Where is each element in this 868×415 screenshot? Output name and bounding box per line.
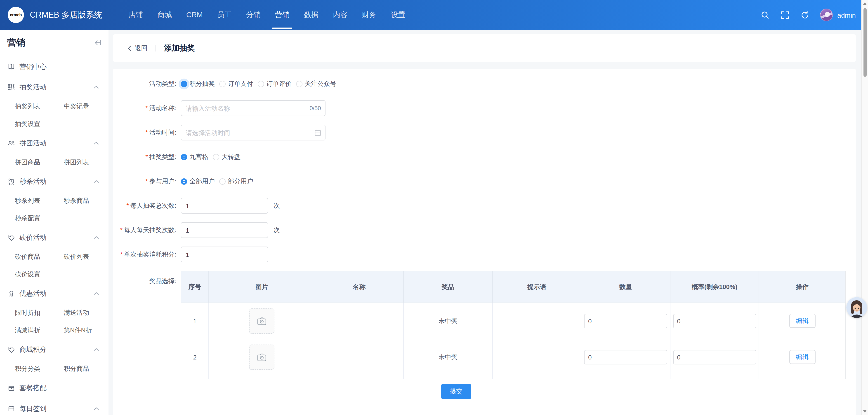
nav-item-data[interactable]: 数据 bbox=[297, 0, 326, 30]
col-prize: 奖品 bbox=[404, 271, 493, 303]
radio-big-wheel[interactable]: 大转盘 bbox=[213, 153, 241, 161]
sidebar-subrow: 砍价设置 bbox=[0, 266, 108, 283]
edit-button[interactable]: 编辑 bbox=[789, 350, 815, 364]
nav-item-store[interactable]: 店铺 bbox=[121, 0, 150, 30]
sidebar-subitem-groupbuy-goods[interactable]: 拼团商品 bbox=[15, 158, 64, 166]
sidebar-subitem-points-goods[interactable]: 积分商品 bbox=[64, 365, 89, 373]
sidebar-item-seckill[interactable]: 秒杀活动 bbox=[0, 171, 108, 192]
sidebar-subitem-points-category[interactable]: 积分分类 bbox=[15, 365, 64, 373]
sidebar-subitem-seckill-list[interactable]: 秒杀列表 bbox=[15, 197, 64, 205]
page-header-card: 返回 添加抽奖 bbox=[113, 34, 856, 62]
radio-unselected-icon bbox=[219, 178, 225, 184]
probability-input[interactable] bbox=[673, 314, 756, 328]
sidebar-subrow: 秒杀列表 秒杀商品 bbox=[0, 192, 108, 210]
scrollbar-thumb[interactable] bbox=[863, 8, 866, 77]
col-tip: 提示语 bbox=[493, 271, 581, 303]
image-upload-button[interactable] bbox=[249, 308, 274, 334]
sidebar-item-package-combo[interactable]: 套餐搭配 bbox=[0, 378, 108, 398]
brand-title: CRMEB 多店版系统 bbox=[30, 9, 102, 20]
sidebar-item-mall-points[interactable]: 商城积分 bbox=[0, 339, 108, 360]
nav-item-finance[interactable]: 财务 bbox=[355, 0, 383, 30]
sidebar-item-bargain[interactable]: 砍价活动 bbox=[0, 227, 108, 248]
nav-item-marketing[interactable]: 营销 bbox=[268, 0, 297, 30]
radio-order-review[interactable]: 订单评价 bbox=[258, 80, 291, 88]
qty-input[interactable] bbox=[584, 314, 667, 328]
radio-all-users[interactable]: 全部用户 bbox=[181, 177, 215, 185]
nav-item-content[interactable]: 内容 bbox=[326, 0, 355, 30]
crmeb-logo: crmeb bbox=[8, 7, 24, 23]
radio-unselected-icon bbox=[213, 154, 219, 160]
sidebar-subitem-bargain-list[interactable]: 砍价列表 bbox=[64, 253, 89, 261]
assistant-avatar[interactable] bbox=[846, 297, 867, 318]
sidebar-item-label: 每日签到 bbox=[20, 404, 94, 413]
back-label: 返回 bbox=[135, 44, 147, 52]
collapse-sidebar-icon[interactable] bbox=[94, 39, 101, 46]
page-scrollbar[interactable] bbox=[861, 0, 868, 415]
sidebar-subrow: 秒杀配置 bbox=[0, 210, 108, 227]
sidebar-subitem-bargain-goods[interactable]: 砍价商品 bbox=[15, 253, 64, 261]
nav-item-settings[interactable]: 设置 bbox=[383, 0, 412, 30]
nav-item-staff[interactable]: 员工 bbox=[210, 0, 239, 30]
col-image: 图片 bbox=[209, 271, 315, 303]
form-row-activity-name: *活动名称: 0/50 bbox=[113, 100, 856, 116]
total-times-input[interactable] bbox=[181, 198, 268, 214]
radio-order-payment[interactable]: 订单支付 bbox=[219, 80, 253, 88]
sidebar-item-label: 营销中心 bbox=[20, 63, 99, 71]
logo-text: crmeb bbox=[10, 13, 22, 17]
sidebar-subitem-limited-discount[interactable]: 限时折扣 bbox=[15, 309, 64, 317]
sidebar-subitem-full-gift[interactable]: 满送活动 bbox=[64, 309, 89, 317]
radio-follow-official-account[interactable]: 关注公众号 bbox=[296, 80, 336, 88]
scrollbar-up-arrow[interactable] bbox=[863, 2, 867, 5]
sidebar-subitem-groupbuy-list[interactable]: 拼团列表 bbox=[64, 158, 89, 166]
activity-time-input[interactable] bbox=[181, 125, 326, 140]
chevron-up-icon bbox=[94, 180, 99, 183]
fullscreen-icon[interactable] bbox=[780, 10, 789, 20]
sidebar-item-promotions[interactable]: 优惠活动 bbox=[0, 283, 108, 304]
sidebar-subitem-lottery-list[interactable]: 抽奖列表 bbox=[15, 102, 64, 110]
back-button[interactable]: 返回 bbox=[127, 44, 147, 52]
scrollbar-down-arrow[interactable] bbox=[863, 410, 867, 413]
sidebar-item-label: 商城积分 bbox=[20, 345, 94, 354]
sidebar-subitem-bargain-settings[interactable]: 砍价设置 bbox=[15, 270, 64, 278]
search-icon[interactable] bbox=[761, 10, 770, 20]
medal-icon bbox=[8, 290, 15, 297]
app-window: crmeb CRMEB 多店版系统 店铺 商城 CRM 员工 分销 营销 数据 … bbox=[0, 0, 868, 415]
price-tag-icon bbox=[8, 346, 15, 353]
sidebar-item-lottery[interactable]: 抽奖活动 bbox=[0, 77, 108, 98]
unit-label: 次 bbox=[274, 202, 280, 210]
sidebar-subrow: 砍价商品 砍价列表 bbox=[0, 248, 108, 266]
sidebar-item-daily-checkin[interactable]: 每日签到 bbox=[0, 398, 108, 415]
sidebar-subrow: 拼团商品 拼团列表 bbox=[0, 153, 108, 171]
form-row-total-times: *每人抽奖总次数: 次 bbox=[113, 198, 856, 214]
sidebar-subitem-nth-discount[interactable]: 第N件N折 bbox=[64, 326, 92, 335]
nav-item-crm[interactable]: CRM bbox=[179, 0, 210, 30]
nav-item-distribution[interactable]: 分销 bbox=[239, 0, 268, 30]
sidebar-subitem-seckill-config[interactable]: 秒杀配置 bbox=[15, 214, 64, 222]
nav-item-mall[interactable]: 商城 bbox=[150, 0, 179, 30]
sidebar-subitem-win-records[interactable]: 中奖记录 bbox=[64, 102, 89, 110]
sidebar-subitem-lottery-settings[interactable]: 抽奖设置 bbox=[15, 120, 64, 128]
form-row-activity-time: *活动时间: bbox=[113, 125, 856, 140]
sidebar-subitem-seckill-goods[interactable]: 秒杀商品 bbox=[64, 197, 89, 205]
qty-input[interactable] bbox=[584, 350, 667, 364]
sidebar-item-label: 拼团活动 bbox=[20, 139, 94, 147]
sidebar-subitem-full-reduction[interactable]: 满减满折 bbox=[15, 326, 64, 335]
refresh-icon[interactable] bbox=[800, 10, 809, 20]
sidebar-item-marketing-center[interactable]: 营销中心 bbox=[0, 57, 108, 77]
radio-selected-icon bbox=[181, 178, 187, 184]
prize-cell: 未中奖 bbox=[404, 339, 493, 375]
points-per-draw-input[interactable] bbox=[181, 247, 268, 263]
image-upload-button[interactable] bbox=[249, 344, 274, 370]
probability-input[interactable] bbox=[673, 350, 756, 364]
alarm-clock-icon bbox=[8, 178, 15, 185]
radio-partial-users[interactable]: 部分用户 bbox=[219, 177, 253, 185]
user-menu[interactable]: admin bbox=[820, 8, 856, 21]
radio-nine-grid[interactable]: 九宫格 bbox=[181, 153, 209, 161]
sidebar-item-group-buy[interactable]: 拼团活动 bbox=[0, 133, 108, 153]
daily-times-input[interactable] bbox=[181, 222, 268, 238]
activity-name-input[interactable] bbox=[181, 100, 326, 116]
edit-button[interactable]: 编辑 bbox=[789, 314, 815, 328]
submit-button[interactable]: 提交 bbox=[441, 384, 471, 399]
radio-points-lottery[interactable]: 积分抽奖 bbox=[181, 80, 215, 88]
col-qty: 数量 bbox=[581, 271, 671, 303]
